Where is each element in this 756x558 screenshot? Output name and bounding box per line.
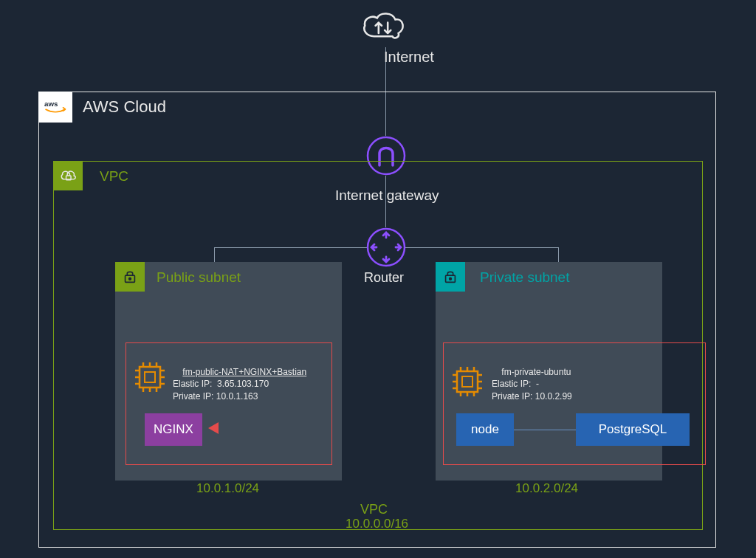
public-subnet-icon	[115, 262, 145, 292]
cpu-chip-icon	[133, 360, 167, 394]
public-subnet-title: Public subnet	[157, 269, 241, 286]
diagram-canvas: Internet aws AWS Cloud Internet gateway …	[0, 0, 756, 558]
aws-cloud-title: AWS Cloud	[83, 97, 166, 117]
vpc-icon	[53, 161, 83, 190]
postgresql-service-box: PostgreSQL	[576, 413, 690, 446]
public-eip-value: 3.65.103.170	[217, 379, 269, 389]
public-subnet-cidr: 10.0.1.0/24	[196, 481, 259, 496]
private-subnet-cidr: 10.0.2.0/24	[515, 481, 578, 496]
svg-point-5	[129, 278, 131, 280]
svg-text:aws: aws	[44, 100, 58, 108]
vpc-title: VPC	[100, 168, 128, 185]
red-arrow-icon	[208, 422, 219, 434]
private-privip-value: 10.0.2.99	[535, 391, 572, 402]
private-privip-label: Private IP:	[492, 391, 532, 402]
svg-point-9	[450, 278, 452, 280]
public-instance-name: fm-public-NAT+NGINX+Bastian	[182, 367, 306, 377]
private-eip-value: -	[536, 379, 539, 389]
aws-logo-icon: aws	[38, 92, 72, 123]
nginx-service-box: NGINX	[145, 413, 202, 446]
private-subnet-title: Private subnet	[480, 269, 569, 286]
svg-rect-10	[457, 371, 478, 392]
svg-rect-11	[462, 376, 472, 387]
router-icon	[366, 227, 406, 267]
private-instance-name: fm-private-ubuntu	[501, 367, 571, 377]
vpc-cidr: 10.0.0.0/16	[346, 517, 408, 531]
private-instance-box	[443, 342, 706, 465]
private-subnet-icon	[436, 262, 465, 292]
public-privip-label: Private IP:	[173, 391, 213, 402]
private-eip-label: Elastic IP:	[492, 379, 531, 389]
svg-rect-7	[145, 372, 155, 382]
node-to-postgres-line	[514, 430, 576, 430]
internet-cloud-icon	[359, 7, 408, 49]
internet-label: Internet	[384, 49, 434, 66]
svg-rect-6	[140, 367, 160, 388]
public-privip-value: 10.0.1.163	[216, 391, 258, 402]
vpc-bottom-label: VPC	[360, 502, 388, 517]
router-label: Router	[364, 270, 404, 286]
node-service-box: node	[456, 413, 514, 446]
public-instance-text: fm-public-NAT+NGINX+Bastian Elastic IP: …	[173, 354, 306, 414]
cpu-chip-icon	[450, 365, 484, 399]
public-eip-label: Elastic IP:	[173, 379, 212, 389]
private-instance-text: fm-private-ubuntu Elastic IP: - Private …	[492, 354, 572, 414]
